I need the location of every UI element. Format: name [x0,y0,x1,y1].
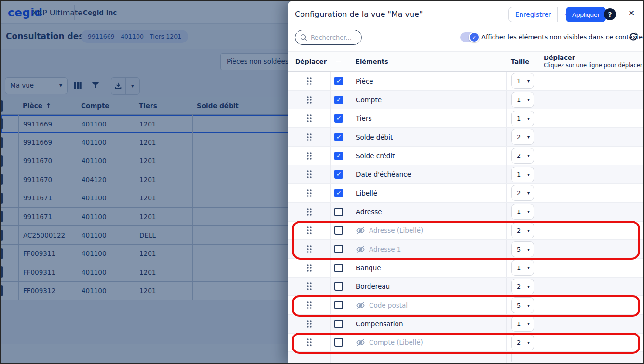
move-target-cell[interactable] [539,147,644,165]
apply-button[interactable]: Appliquer [566,7,606,22]
move-target-cell[interactable] [539,278,644,296]
chevron-down-icon: ▾ [527,265,530,270]
element-checkbox[interactable]: ✓ [334,208,343,216]
size-select[interactable]: 1 ▾ [511,204,534,220]
size-select[interactable]: 1 ▾ [511,316,534,332]
move-target-cell[interactable] [539,222,644,240]
element-checkbox[interactable]: ✓ [334,114,343,123]
refresh-icon[interactable] [629,32,638,42]
move-target-cell[interactable] [539,259,644,277]
config-list-row[interactable]: ✓ Date d'échéance 1 ▾ [288,165,644,184]
chevron-down-icon: ▾ [527,303,530,308]
config-list-row[interactable]: ✓ Compte (Libellé) 2 ▾ [288,334,644,352]
size-select[interactable]: 2 ▾ [511,129,534,145]
move-target-cell[interactable] [539,203,644,221]
size-select[interactable]: 1 ▾ [511,260,534,276]
save-split-button[interactable]: Enregistrer ▾ [508,7,575,22]
size-select[interactable]: 1 ▾ [511,111,534,126]
drag-handle-icon[interactable] [288,95,330,105]
move-target-cell[interactable] [539,91,644,109]
config-list-row[interactable]: ✓ Pièce 1 ▾ [288,72,644,91]
element-checkbox[interactable]: ✓ [334,189,343,197]
element-checkbox[interactable]: ✓ [334,170,343,179]
drag-handle-icon[interactable] [288,113,330,123]
element-label: Adresse [356,208,382,216]
size-select[interactable]: 2 ▾ [511,185,534,201]
config-list-row[interactable]: ✓ Compte 1 ▾ [288,91,644,110]
element-checkbox[interactable]: ✓ [334,320,343,328]
move-target-cell[interactable] [539,315,644,333]
element-checkbox[interactable]: ✓ [334,338,343,347]
size-select[interactable]: 2 ▾ [511,279,534,294]
drag-handle-icon[interactable] [288,244,330,254]
header-move-hint: Cliquez sur une ligne pour déplacer [544,62,644,69]
size-value: 2 [517,133,521,140]
drag-handle-icon[interactable] [288,151,330,161]
size-select[interactable]: 1 ▾ [511,92,534,108]
move-target-cell[interactable] [539,72,644,90]
drag-handle-icon[interactable] [288,76,330,86]
move-target-cell[interactable] [539,128,644,146]
element-checkbox[interactable]: ✓ [334,282,343,291]
size-select[interactable]: 1 ▾ [511,73,534,89]
element-checkbox[interactable]: ✓ [334,226,343,235]
config-list-row[interactable]: ✓ Adresse 1 ▾ [288,203,644,222]
config-list-row[interactable]: ✓ Adresse 1 5 ▾ [288,240,644,259]
config-list-row[interactable]: ✓ Bordereau 2 ▾ [288,278,644,296]
drag-handle-icon[interactable] [288,188,330,198]
element-label: Compensation [356,320,403,328]
element-checkbox[interactable]: ✓ [334,152,343,160]
eye-off-icon [356,338,365,347]
config-list-row[interactable]: ✓ Adresse (Libellé) 2 ▾ [288,222,644,240]
element-checkbox[interactable]: ✓ [334,301,343,309]
element-checkbox[interactable]: ✓ [334,133,343,141]
size-select[interactable]: 1 ▾ [511,167,534,182]
config-list-header: Déplacer Eléments Taille Déplacer Clique… [288,51,644,72]
config-list-row[interactable]: ✓ Compensation 1 ▾ [288,315,644,334]
size-value: 2 [517,227,521,234]
move-target-cell[interactable] [539,240,644,258]
drag-handle-icon[interactable] [288,319,330,329]
drag-handle-icon[interactable] [288,263,330,273]
show-hidden-toggle[interactable]: ✓ [460,32,479,42]
move-target-cell[interactable] [539,109,644,127]
drag-handle-icon[interactable] [288,169,330,179]
config-list: ✓ Pièce 1 ▾ ✓ Compte 1 ▾ [288,72,644,364]
drag-handle-icon[interactable] [288,207,330,217]
element-checkbox[interactable]: ✓ [334,96,343,104]
move-target-cell[interactable] [539,165,644,183]
size-select[interactable]: 2 ▾ [511,223,534,238]
config-list-row[interactable]: ✓ Code postal 5 ▾ [288,296,644,315]
close-icon[interactable]: ✕ [628,9,635,17]
element-label: Compte (Libellé) [369,338,423,346]
drag-handle-icon[interactable] [288,225,330,235]
toggle-knob[interactable]: ✓ [469,32,480,42]
search-box[interactable] [295,30,362,45]
move-target-cell[interactable] [539,184,644,202]
search-input[interactable] [311,34,354,41]
drag-handle-icon[interactable] [288,337,330,347]
move-target-cell[interactable] [539,296,644,314]
size-select[interactable]: 2 ▾ [511,148,534,164]
element-checkbox[interactable]: ✓ [334,264,343,272]
size-value: 2 [517,152,521,159]
size-select[interactable]: 2 ▾ [511,335,534,350]
size-select[interactable]: 5 ▾ [511,297,534,313]
drag-handle-icon[interactable] [288,300,330,310]
save-button[interactable]: Enregistrer [509,7,557,22]
move-target-cell[interactable] [539,334,644,352]
size-select[interactable]: 5 ▾ [511,241,534,257]
config-list-row[interactable]: ✓ Libellé 2 ▾ [288,184,644,203]
check-icon: ✓ [336,189,342,196]
element-checkbox[interactable]: ✓ [334,77,343,85]
drag-handle-icon[interactable] [288,281,330,291]
config-list-row[interactable]: ✓ Solde crédit 2 ▾ [288,147,644,166]
config-list-row[interactable]: ✓ Banque 1 ▾ [288,259,644,278]
drag-handle-icon[interactable] [288,132,330,142]
config-list-row[interactable]: ✓ Tiers 1 ▾ [288,109,644,128]
help-icon[interactable]: ? [604,8,616,20]
size-value: 1 [517,208,521,215]
config-list-row[interactable]: ✓ Solde débit 2 ▾ [288,128,644,147]
config-list-row-partial[interactable] [288,352,644,364]
element-checkbox[interactable]: ✓ [334,245,343,253]
